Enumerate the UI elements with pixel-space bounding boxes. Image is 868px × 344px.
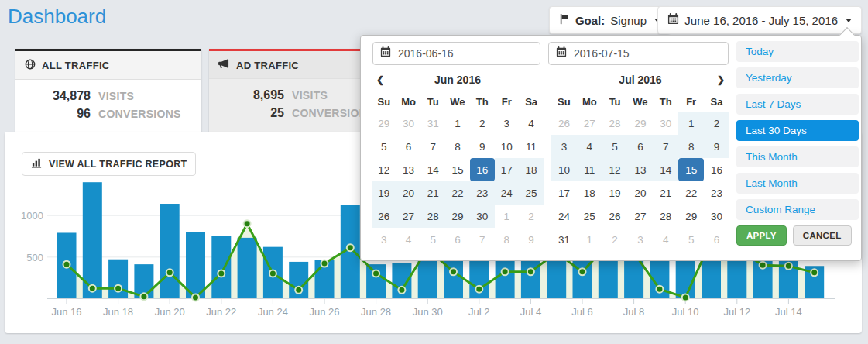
start-date-input[interactable]	[396, 46, 533, 60]
calendar-day[interactable]: 3	[495, 112, 520, 135]
calendar-day[interactable]: 24	[551, 205, 577, 228]
calendar-day[interactable]: 17	[495, 158, 520, 181]
calendar-day[interactable]: 29	[628, 112, 654, 135]
calendar-day[interactable]: 5	[372, 135, 396, 158]
calendar-next-icon[interactable]: ❯	[717, 70, 725, 90]
calendar-day[interactable]: 31	[420, 112, 445, 135]
calendar-day[interactable]: 6	[445, 228, 470, 251]
view-all-traffic-report-button[interactable]: VIEW ALL TRAFFIC REPORT	[22, 152, 196, 176]
calendar-day[interactable]: 7	[470, 228, 495, 251]
date-range-button[interactable]: June 16, 2016 - July 15, 2016	[657, 6, 862, 34]
calendar-day[interactable]: 30	[396, 112, 421, 135]
calendar-day[interactable]: 9	[704, 135, 729, 158]
calendar-day[interactable]: 2	[470, 112, 495, 135]
calendar-day[interactable]: 2	[519, 205, 544, 228]
calendar-day[interactable]: 4	[519, 112, 544, 135]
calendar-day[interactable]: 4	[577, 135, 602, 158]
calendar-day[interactable]: 16	[704, 158, 729, 181]
calendar-day[interactable]: 14	[653, 158, 678, 181]
calendar-day[interactable]: 9	[519, 228, 544, 251]
preset-last-30-days[interactable]: Last 30 Days	[736, 120, 859, 141]
calendar-day[interactable]: 5	[420, 228, 445, 251]
calendar-day[interactable]: 28	[420, 205, 445, 228]
calendar-day[interactable]: 20	[396, 181, 421, 205]
calendar-day[interactable]: 25	[577, 205, 602, 228]
calendar-day[interactable]: 1	[445, 112, 470, 135]
calendar-day[interactable]: 2	[704, 112, 729, 135]
calendar-day[interactable]: 30	[704, 205, 729, 228]
calendar-day[interactable]: 6	[628, 135, 654, 158]
calendar-day[interactable]: 1	[495, 205, 520, 228]
calendar-day[interactable]: 5	[602, 135, 628, 158]
calendar-day[interactable]: 6	[396, 135, 421, 158]
calendar-day[interactable]: 24	[495, 181, 520, 205]
calendar-day[interactable]: 26	[602, 205, 628, 228]
calendar-day[interactable]: 28	[602, 112, 628, 135]
preset-last-month[interactable]: Last Month	[736, 173, 859, 194]
calendar-day[interactable]: 3	[628, 228, 654, 251]
calendar-day[interactable]: 1	[577, 228, 602, 251]
calendar-day[interactable]: 30	[470, 205, 495, 228]
calendar-day[interactable]: 17	[551, 181, 577, 205]
preset-custom-range[interactable]: Custom Range	[736, 199, 859, 220]
preset-yesterday[interactable]: Yesterday	[736, 67, 859, 88]
calendar-day[interactable]: 23	[470, 181, 495, 205]
calendar-day[interactable]: 27	[396, 205, 421, 228]
calendar-day[interactable]: 7	[653, 135, 678, 158]
calendar-day[interactable]: 9	[470, 135, 495, 158]
calendar-day[interactable]: 12	[602, 158, 628, 181]
calendar-day[interactable]: 29	[678, 205, 704, 228]
calendar-day[interactable]: 8	[445, 135, 470, 158]
calendar-day[interactable]: 7	[420, 135, 445, 158]
calendar-day[interactable]: 27	[577, 112, 602, 135]
calendar-day[interactable]: 13	[396, 158, 421, 181]
calendar-day[interactable]: 11	[519, 135, 544, 158]
calendar-day[interactable]: 22	[445, 181, 470, 205]
calendar-day[interactable]: 21	[420, 181, 445, 205]
calendar-day[interactable]: 11	[577, 158, 602, 181]
calendar-day[interactable]: 10	[495, 135, 520, 158]
calendar-day[interactable]: 3	[551, 135, 577, 158]
calendar-day[interactable]: 5	[678, 228, 704, 251]
calendar-day[interactable]: 31	[551, 228, 577, 251]
calendar-day[interactable]: 30	[653, 112, 678, 135]
calendar-day[interactable]: 13	[628, 158, 654, 181]
calendar-day[interactable]: 10	[551, 158, 577, 181]
preset-this-month[interactable]: This Month	[736, 146, 859, 167]
end-date-input[interactable]	[572, 46, 721, 60]
calendar-day[interactable]: 19	[602, 181, 628, 205]
calendar-day[interactable]: 27	[628, 205, 654, 228]
calendar-day[interactable]: 2	[602, 228, 628, 251]
preset-last-7-days[interactable]: Last 7 Days	[736, 94, 859, 115]
calendar-day[interactable]: 6	[704, 228, 729, 251]
calendar-day[interactable]: 18	[577, 181, 602, 205]
calendar-day[interactable]: 19	[372, 181, 396, 205]
calendar-day[interactable]: 21	[653, 181, 678, 205]
calendar-day[interactable]: 8	[678, 135, 704, 158]
preset-today[interactable]: Today	[736, 41, 859, 62]
calendar-day[interactable]: 29	[372, 112, 396, 135]
goal-dropdown-button[interactable]: Goal: Signup	[549, 6, 671, 34]
all-traffic-card[interactable]: ALL TRAFFIC 34,878 VISITS 96 CONVERSIONS	[15, 49, 201, 133]
apply-button[interactable]: APPLY	[736, 225, 787, 246]
calendar-day[interactable]: 14	[420, 158, 445, 181]
calendar-day[interactable]: 28	[653, 205, 678, 228]
calendar-day[interactable]: 26	[551, 112, 577, 135]
calendar-day[interactable]: 23	[704, 181, 729, 205]
calendar-day[interactable]: 20	[628, 181, 654, 205]
calendar-day[interactable]: 3	[372, 228, 396, 251]
calendar-prev-icon[interactable]: ❮	[376, 70, 384, 90]
calendar-day[interactable]: 16	[470, 158, 495, 181]
calendar-day[interactable]: 29	[445, 205, 470, 228]
calendar-day[interactable]: 15	[678, 158, 704, 181]
cancel-button[interactable]: CANCEL	[793, 225, 852, 246]
calendar-day[interactable]: 1	[678, 112, 704, 135]
calendar-day[interactable]: 4	[396, 228, 421, 251]
calendar-day[interactable]: 15	[445, 158, 470, 181]
calendar-day[interactable]: 22	[678, 181, 704, 205]
calendar-day[interactable]: 12	[372, 158, 396, 181]
calendar-day[interactable]: 25	[519, 181, 544, 205]
calendar-day[interactable]: 26	[372, 205, 396, 228]
calendar-day[interactable]: 8	[495, 228, 520, 251]
calendar-day[interactable]: 4	[653, 228, 678, 251]
